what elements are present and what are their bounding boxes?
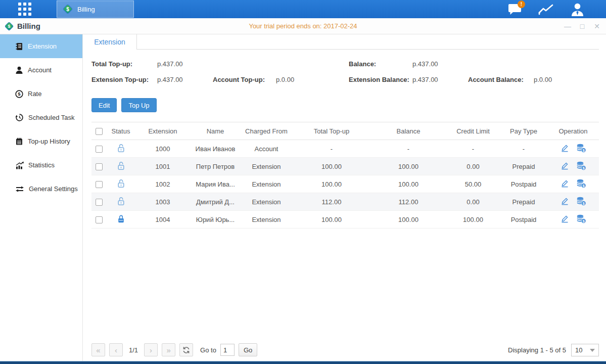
edit-extension-icon[interactable] bbox=[561, 197, 569, 207]
col-balance: Balance bbox=[370, 122, 446, 140]
col-name: Name bbox=[191, 122, 240, 140]
cell-total-topup: 100.00 bbox=[293, 211, 370, 229]
row-checkbox[interactable] bbox=[96, 216, 103, 223]
top-up-extension-icon[interactable]: $ bbox=[576, 197, 586, 207]
billing-diamond-icon: $ bbox=[62, 4, 73, 15]
sidebar-item-general-settings[interactable]: General Settings bbox=[0, 177, 82, 201]
dollar-coin-icon: $ bbox=[15, 90, 23, 98]
edit-button[interactable]: Edit bbox=[91, 98, 117, 112]
window-body: Extension Account $ Rate bbox=[0, 34, 606, 361]
status-lock-icon bbox=[117, 164, 125, 172]
cell-charged-from: Extension bbox=[240, 193, 293, 211]
cell-charged-from: Extension bbox=[240, 175, 293, 193]
cell-credit-limit: - bbox=[446, 140, 500, 158]
table-row[interactable]: 1002Мария Ива...Extension100.00100.0050.… bbox=[91, 175, 599, 193]
extension-topup-value: p.437.00 bbox=[157, 76, 213, 83]
svg-text:$: $ bbox=[582, 166, 584, 170]
window-title-group: $ Billing bbox=[0, 21, 40, 31]
statistics-icon bbox=[15, 161, 24, 169]
main-content: Extension Total Top-up: p.437.00 Balance… bbox=[83, 34, 606, 361]
col-total-topup: Total Top-up bbox=[293, 122, 370, 140]
account-topup-label: Account Top-up: bbox=[213, 76, 276, 83]
billing-app-window: $ Billing ! bbox=[0, 0, 606, 364]
col-extension: Extension bbox=[135, 122, 191, 140]
table-row[interactable]: 1000Иван ИвановAccount----$ bbox=[91, 140, 599, 158]
page-size-value: 10 bbox=[575, 346, 582, 354]
last-page-button[interactable]: » bbox=[162, 343, 175, 356]
row-checkbox[interactable] bbox=[96, 199, 103, 206]
status-lock-icon bbox=[117, 200, 125, 207]
prev-page-button[interactable]: ‹ bbox=[109, 343, 123, 356]
sidebar-item-label: Statistics bbox=[28, 161, 55, 169]
sidebar-item-label: Top-up History bbox=[28, 138, 70, 145]
taskbar-billing-tab[interactable]: $ Billing bbox=[57, 1, 134, 18]
page-size-select[interactable]: 10 bbox=[571, 344, 599, 356]
grid-icon bbox=[18, 3, 32, 17]
row-checkbox[interactable] bbox=[96, 163, 103, 170]
cell-balance: 112.00 bbox=[370, 193, 446, 211]
go-button[interactable]: Go bbox=[239, 343, 257, 356]
cell-pay-type: Prepaid bbox=[500, 193, 547, 211]
top-up-extension-icon[interactable]: $ bbox=[576, 214, 586, 225]
notifications-button[interactable]: ! bbox=[506, 2, 523, 17]
table-row[interactable]: 1001Петр ПетровExtension100.00100.000.00… bbox=[91, 158, 599, 175]
cell-total-topup: 112.00 bbox=[293, 193, 370, 211]
app-launcher-icon[interactable] bbox=[18, 3, 35, 16]
tab-extension[interactable]: Extension bbox=[83, 34, 137, 50]
top-up-button[interactable]: Top Up bbox=[121, 98, 156, 112]
table-row[interactable]: 1003Дмитрий Д...Extension112.00112.000.0… bbox=[91, 193, 599, 211]
row-checkbox[interactable] bbox=[96, 181, 103, 188]
sidebar-item-account[interactable]: Account bbox=[0, 58, 82, 82]
account-balance-label: Account Balance: bbox=[468, 76, 534, 83]
sidebar-item-extension[interactable]: Extension bbox=[0, 34, 82, 58]
user-account-button[interactable] bbox=[569, 2, 586, 17]
cell-pay-type: Prepaid bbox=[500, 158, 547, 175]
displaying-count: Displaying 1 - 5 of 5 bbox=[508, 346, 566, 354]
cell-total-topup: - bbox=[293, 140, 370, 158]
sidebar-item-label: Scheduled Task bbox=[28, 114, 75, 121]
col-operation: Operation bbox=[547, 122, 599, 140]
select-all-checkbox[interactable] bbox=[96, 128, 103, 135]
svg-text:$: $ bbox=[18, 91, 21, 97]
sidebar-item-scheduled-task[interactable]: Scheduled Task bbox=[0, 106, 82, 129]
resource-monitor-button[interactable] bbox=[537, 2, 554, 17]
cell-total-topup: 100.00 bbox=[293, 175, 370, 193]
cell-credit-limit: 50.00 bbox=[446, 175, 500, 193]
refresh-button[interactable] bbox=[179, 343, 193, 356]
maximize-button[interactable]: □ bbox=[578, 22, 586, 30]
edit-extension-icon[interactable] bbox=[561, 144, 569, 154]
person-icon bbox=[570, 3, 585, 16]
minimize-button[interactable]: — bbox=[564, 22, 572, 30]
edit-extension-icon[interactable] bbox=[561, 179, 569, 189]
notepad-icon bbox=[15, 138, 23, 146]
cell-extension: 1001 bbox=[135, 158, 191, 175]
col-charged-from: Charged From bbox=[240, 122, 293, 140]
goto-page-input[interactable] bbox=[220, 344, 235, 356]
cell-name: Юрий Юрь... bbox=[191, 211, 240, 229]
refresh-icon bbox=[182, 346, 190, 354]
top-up-extension-icon[interactable]: $ bbox=[576, 179, 586, 190]
close-button[interactable]: ✕ bbox=[593, 22, 601, 30]
top-up-extension-icon[interactable]: $ bbox=[576, 144, 586, 154]
edit-extension-icon[interactable] bbox=[561, 161, 569, 171]
first-page-button[interactable]: « bbox=[91, 343, 105, 356]
table-row[interactable]: 1004Юрий Юрь...Extension100.00100.00100.… bbox=[91, 211, 599, 229]
taskbar-right-icons: ! bbox=[506, 0, 586, 18]
svg-text:$: $ bbox=[582, 148, 584, 152]
total-topup-value: p.437.00 bbox=[157, 60, 349, 68]
sidebar-item-statistics[interactable]: Statistics bbox=[0, 153, 82, 177]
billing-diamond-icon: $ bbox=[4, 21, 14, 31]
sidebar-item-topup-history[interactable]: Top-up History bbox=[0, 129, 82, 153]
next-page-button[interactable]: › bbox=[144, 343, 158, 356]
tab-bar: Extension bbox=[83, 34, 606, 50]
cell-balance: 100.00 bbox=[370, 211, 446, 229]
col-credit-limit: Credit Limit bbox=[446, 122, 500, 140]
top-up-extension-icon[interactable]: $ bbox=[576, 161, 586, 172]
cell-name: Петр Петров bbox=[191, 158, 240, 175]
ledger-icon bbox=[15, 42, 23, 51]
sidebar-item-rate[interactable]: $ Rate bbox=[0, 82, 82, 106]
cell-pay-type: Postpaid bbox=[500, 211, 547, 229]
history-clock-icon bbox=[15, 113, 24, 122]
edit-extension-icon[interactable] bbox=[561, 214, 569, 224]
row-checkbox[interactable] bbox=[96, 146, 103, 153]
